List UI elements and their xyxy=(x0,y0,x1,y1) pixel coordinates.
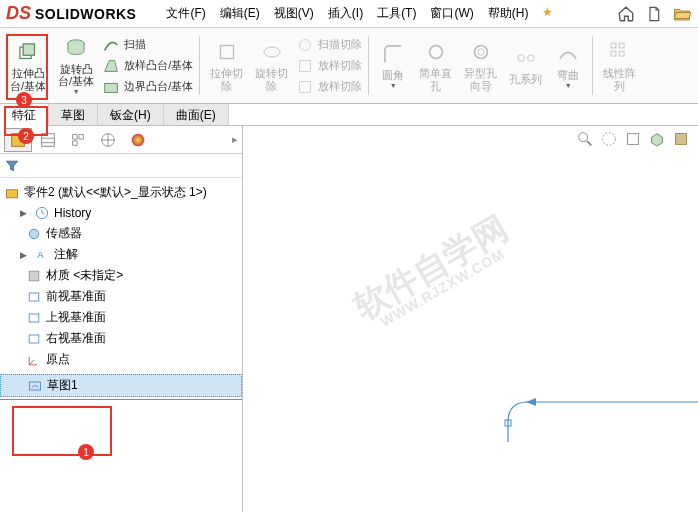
svg-rect-8 xyxy=(300,81,311,92)
svg-rect-3 xyxy=(105,83,118,92)
bend-button: 弯曲 ▼ xyxy=(550,32,586,99)
graphics-viewport[interactable]: 软件自学网 WWW.RJZXW.COM xyxy=(243,126,698,512)
sketch-icon xyxy=(27,378,43,394)
bend-icon xyxy=(554,41,582,67)
panel-expand-icon[interactable]: ▸ xyxy=(232,133,238,146)
tree-sketch1[interactable]: 草图1 xyxy=(0,374,242,397)
extrude-cut-button: 拉伸切 除 xyxy=(206,32,247,99)
svg-rect-38 xyxy=(628,134,639,145)
view-toolbar xyxy=(576,130,690,152)
separator xyxy=(592,36,593,95)
view-orientation-icon[interactable] xyxy=(624,130,642,152)
svg-point-11 xyxy=(477,49,484,56)
tree-material[interactable]: 材质 <未指定> xyxy=(0,265,242,286)
chevron-down-icon: ▼ xyxy=(565,82,572,90)
menu-insert[interactable]: 插入(I) xyxy=(328,5,363,22)
chevron-down-icon: ▼ xyxy=(73,88,80,96)
expand-icon[interactable]: ▶ xyxy=(20,250,30,260)
dimxpert-tab[interactable] xyxy=(94,128,122,152)
tree-right-plane[interactable]: 右视基准面 xyxy=(0,328,242,349)
tree-sensors[interactable]: 传感器 xyxy=(0,223,242,244)
revolve-cut-icon xyxy=(258,39,286,65)
plane-icon xyxy=(26,289,42,305)
menu-view[interactable]: 视图(V) xyxy=(274,5,314,22)
annotation-badge-1: 1 xyxy=(78,444,94,460)
straight-hole-button: 简单直 孔 xyxy=(415,32,456,99)
menu-star[interactable]: ★ xyxy=(542,5,553,22)
display-style-icon[interactable] xyxy=(648,130,666,152)
titlebar: DS SOLIDWORKS 文件(F) 编辑(E) 视图(V) 插入(I) 工具… xyxy=(0,0,698,28)
sweep-icon xyxy=(102,36,120,54)
config-manager-tab[interactable] xyxy=(64,128,92,152)
menu-edit[interactable]: 编辑(E) xyxy=(220,5,260,22)
part-icon xyxy=(4,185,20,201)
svg-point-5 xyxy=(264,48,280,58)
hole-icon xyxy=(422,39,450,65)
tab-sketch[interactable]: 草图 xyxy=(49,104,98,125)
tree-top-plane[interactable]: 上视基准面 xyxy=(0,307,242,328)
hole-series-icon xyxy=(512,45,540,71)
svg-rect-15 xyxy=(619,43,624,48)
svg-point-6 xyxy=(300,39,311,50)
open-icon[interactable] xyxy=(672,4,692,24)
material-icon xyxy=(26,268,42,284)
new-doc-icon[interactable] xyxy=(644,4,664,24)
loft-button[interactable]: 放样凸台/基体 xyxy=(102,57,193,75)
extrude-cut-icon xyxy=(213,39,241,65)
svg-rect-26 xyxy=(6,189,17,197)
plane-icon xyxy=(26,331,42,347)
fillet-icon xyxy=(379,41,407,67)
revolve-label-1: 旋转凸 xyxy=(60,63,93,75)
tree-root[interactable]: 零件2 (默认<<默认>_显示状态 1>) xyxy=(0,182,242,203)
menu-window[interactable]: 窗口(W) xyxy=(430,5,473,22)
menu-file[interactable]: 文件(F) xyxy=(166,5,205,22)
svg-rect-30 xyxy=(29,271,39,281)
tab-sheetmetal[interactable]: 钣金(H) xyxy=(98,104,164,125)
menu-tools[interactable]: 工具(T) xyxy=(377,5,416,22)
loft-cut-button: 放样切除 xyxy=(296,57,362,75)
boundary-cut-button: 放样切除 xyxy=(296,78,362,96)
title-right xyxy=(616,4,692,24)
home-icon[interactable] xyxy=(616,4,636,24)
svg-text:A: A xyxy=(37,249,44,260)
filter-icon[interactable] xyxy=(4,158,20,174)
svg-rect-17 xyxy=(619,52,624,57)
chevron-down-icon: ▼ xyxy=(390,82,397,90)
tree-annotations[interactable]: ▶ A 注解 xyxy=(0,244,242,265)
loft-icon xyxy=(102,57,120,75)
svg-rect-4 xyxy=(220,46,233,59)
zoom-fit-icon[interactable] xyxy=(576,130,594,152)
svg-rect-32 xyxy=(29,314,39,322)
svg-point-25 xyxy=(132,133,145,146)
tree-origin[interactable]: 原点 xyxy=(0,349,242,370)
display-manager-tab[interactable] xyxy=(124,128,152,152)
menu-help[interactable]: 帮助(H) xyxy=(488,5,529,22)
revolve-icon xyxy=(62,35,90,61)
revolve-boss-button[interactable]: 旋转凸 台/基体 ▼ xyxy=(54,32,98,99)
history-icon xyxy=(34,205,50,221)
expand-icon[interactable]: ▶ xyxy=(20,208,30,218)
watermark: 软件自学网 WWW.RJZXW.COM xyxy=(348,209,519,336)
revolve-label-2: 台/基体 xyxy=(58,75,94,87)
svg-rect-33 xyxy=(29,335,39,343)
section-view-icon[interactable] xyxy=(672,130,690,152)
boss-extras: 扫描 放样凸台/基体 边界凸台/基体 xyxy=(102,32,193,99)
tab-surface[interactable]: 曲面(E) xyxy=(164,104,229,125)
pattern-icon xyxy=(606,39,634,65)
feature-tree: 零件2 (默认<<默认>_显示状态 1>) ▶ History 传感器 ▶ A … xyxy=(0,178,242,512)
sensor-icon xyxy=(26,226,42,242)
command-tabs: 特征 草图 钣金(H) 曲面(E) xyxy=(0,104,698,126)
hole-series-button: 孔系列 xyxy=(505,32,546,99)
revolve-cut-button: 旋转切 除 xyxy=(251,32,292,99)
zoom-area-icon[interactable] xyxy=(600,130,618,152)
annotation-badge-2: 2 xyxy=(18,128,34,144)
boundary-button[interactable]: 边界凸台/基体 xyxy=(102,78,193,96)
sweep-button[interactable]: 扫描 xyxy=(102,36,193,54)
hole-wizard-icon xyxy=(467,39,495,65)
svg-rect-16 xyxy=(611,52,616,57)
svg-point-12 xyxy=(518,55,525,62)
tree-history[interactable]: ▶ History xyxy=(0,203,242,223)
sketch-geometry xyxy=(478,382,698,442)
annotation-icon: A xyxy=(34,247,50,263)
tree-front-plane[interactable]: 前视基准面 xyxy=(0,286,242,307)
